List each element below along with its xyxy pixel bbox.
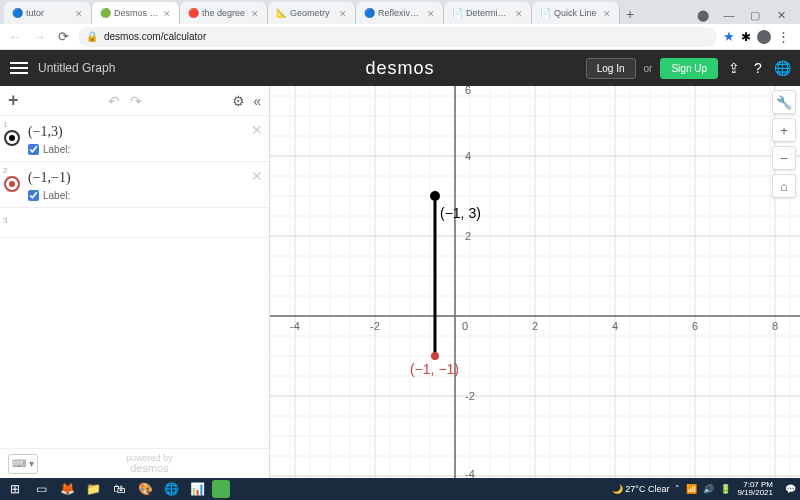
color-dot-icon[interactable] [4,130,20,146]
expression-row[interactable]: 1 (−1,3) ✕ Label: [0,116,269,162]
tab-determining[interactable]: 📄Determining✕ [444,2,532,24]
delete-icon[interactable]: ✕ [251,122,263,138]
svg-text:0: 0 [462,320,468,332]
expression-text[interactable]: (−1,−1) [28,170,71,185]
store-icon[interactable]: 🛍 [108,480,130,498]
close-icon[interactable]: ✕ [427,9,435,17]
clock[interactable]: 7:07 PM 9/19/2021 [737,481,779,497]
zoom-in-button[interactable]: + [772,118,796,142]
reload-button[interactable]: ⟳ [54,28,72,46]
profile-icon[interactable] [757,30,771,44]
add-expression-button[interactable]: + [8,90,19,111]
tab-favicon: 📐 [276,8,286,18]
point-1[interactable] [430,191,440,201]
point-2[interactable] [431,352,439,360]
expression-text[interactable]: (−1,3) [28,124,63,139]
start-button[interactable]: ⊞ [4,480,26,498]
help-icon[interactable]: ? [750,60,766,76]
menu-icon[interactable]: ⋮ [777,29,790,44]
svg-text:-2: -2 [370,320,380,332]
expression-sidebar: + ↶ ↷ ⚙ « 1 (−1,3) ✕ Label: 2 [0,86,270,478]
battery-icon[interactable]: 🔋 [720,484,731,494]
tab-favicon: 🟢 [100,8,110,18]
label-checkbox[interactable] [28,144,39,155]
tab-label: the degree [202,8,247,18]
taskview-icon[interactable]: ▭ [30,480,52,498]
url-input[interactable]: 🔒 desmos.com/calculator [78,27,717,47]
close-icon[interactable]: ✕ [603,9,611,17]
color-dot-icon[interactable] [4,176,20,192]
tab-favicon: 🔵 [364,8,374,18]
tab-reflexive[interactable]: 🔵Reflexive, S✕ [356,2,444,24]
chrome-icon[interactable]: 🌐 [160,480,182,498]
bookmark-star-icon[interactable]: ★ [723,29,735,44]
svg-text:-2: -2 [465,390,475,402]
wifi-icon[interactable]: 📶 [686,484,697,494]
point-2-label: (−1, −1) [410,361,459,377]
home-button[interactable]: ⌂ [772,174,796,198]
volume-icon[interactable]: 🔊 [703,484,714,494]
svg-text:4: 4 [612,320,618,332]
close-window-button[interactable]: ✕ [772,6,790,24]
globe-icon[interactable]: 🌐 [774,60,790,76]
record-icon[interactable]: ⬤ [694,6,712,24]
explorer-icon[interactable]: 📁 [82,480,104,498]
expression-row[interactable]: 2 (−1,−1) ✕ Label: [0,162,269,208]
wrench-icon[interactable]: 🔧 [772,90,796,114]
login-button[interactable]: Log In [586,58,636,79]
svg-text:-4: -4 [465,468,475,478]
label-toggle[interactable]: Label: [28,144,259,155]
collapse-sidebar-button[interactable]: « [253,93,261,109]
undo-button[interactable]: ↶ [108,93,120,109]
zoom-out-button[interactable]: − [772,146,796,170]
expression-number: 2 [3,166,7,175]
tab-favicon: 🔴 [188,8,198,18]
tab-tutor[interactable]: 🔵tutor✕ [4,2,92,24]
graph-title[interactable]: Untitled Graph [38,61,115,75]
label-text: Label: [43,144,70,155]
svg-text:2: 2 [532,320,538,332]
tab-desmos[interactable]: 🟢Desmos | G✕ [92,2,180,24]
tray-chevron-icon[interactable]: ˄ [675,484,680,494]
close-icon[interactable]: ✕ [251,9,259,17]
notifications-icon[interactable]: 💬 [785,484,796,494]
settings-icon[interactable]: ⚙ [232,93,245,109]
delete-icon[interactable]: ✕ [251,168,263,184]
label-toggle[interactable]: Label: [28,190,259,201]
keyboard-button[interactable]: ⌨ ▾ [8,454,38,474]
maximize-button[interactable]: ▢ [746,6,764,24]
close-icon[interactable]: ✕ [163,9,171,17]
tab-label: Desmos | G [114,8,159,18]
app-icon-2[interactable]: 📊 [186,480,208,498]
svg-text:4: 4 [465,150,471,162]
tab-geometry[interactable]: 📐Geometry✕ [268,2,356,24]
back-button[interactable]: ← [6,28,24,46]
share-icon[interactable]: ⇪ [726,60,742,76]
graph-toolbar: 🔧 + − ⌂ [772,90,796,198]
tab-google[interactable]: 🔴the degree✕ [180,2,268,24]
tab-quicklines[interactable]: 📄Quick Line✕ [532,2,620,24]
url-text: desmos.com/calculator [104,31,206,42]
label-checkbox[interactable] [28,190,39,201]
close-icon[interactable]: ✕ [515,9,523,17]
app-icon[interactable]: 🎨 [134,480,156,498]
extension-icon[interactable]: ✱ [741,30,751,44]
signup-button[interactable]: Sign Up [660,58,718,79]
firefox-icon[interactable]: 🦊 [56,480,78,498]
redo-button[interactable]: ↷ [130,93,142,109]
forward-button[interactable]: → [30,28,48,46]
minimize-button[interactable]: — [720,6,738,24]
close-icon[interactable]: ✕ [75,9,83,17]
app-icon-3[interactable] [212,480,230,498]
svg-text:-4: -4 [290,320,300,332]
expression-row-empty[interactable]: 3 [0,208,269,238]
menu-icon[interactable] [10,62,28,74]
weather-widget[interactable]: 🌙 27°C Clear [612,484,670,494]
close-icon[interactable]: ✕ [339,9,347,17]
expression-list: 1 (−1,3) ✕ Label: 2 (−1,−1) ✕ Label: [0,116,269,448]
or-text: or [644,63,653,74]
new-tab-button[interactable]: + [620,4,640,24]
graph-canvas[interactable]: -4 -2 0 2 4 6 8 6 4 2 -2 -4 (−1, 3) (−1,… [270,86,800,478]
svg-text:2: 2 [465,230,471,242]
tab-label: tutor [26,8,71,18]
